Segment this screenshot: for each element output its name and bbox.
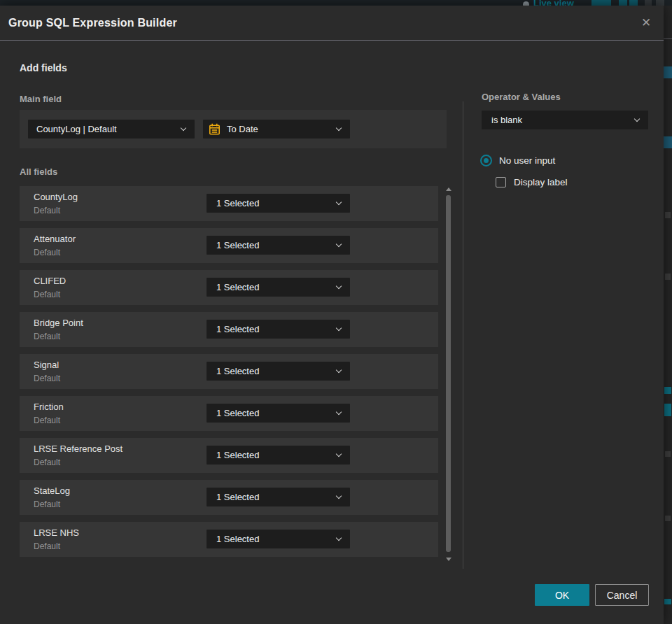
field-selection-select[interactable]: 1 Selected	[206, 236, 350, 255]
field-selection-select[interactable]: 1 Selected	[206, 404, 350, 423]
field-selection-select[interactable]: 1 Selected	[206, 488, 350, 506]
field-row: LRSE Reference Post Default 1 Selected	[20, 438, 438, 473]
chevron-down-icon	[336, 241, 342, 247]
chevron-down-icon	[634, 116, 640, 122]
backdrop-item	[664, 404, 671, 416]
scroll-up-icon[interactable]	[446, 187, 451, 191]
close-icon[interactable]: ✕	[638, 15, 654, 31]
live-view-label: Live view	[533, 0, 574, 6]
dialog-title: Group SQL Expression Builder	[8, 6, 177, 40]
field-subtitle: Default	[34, 206, 60, 215]
field-row: Friction Default 1 Selected	[20, 396, 438, 431]
backdrop-item	[665, 516, 671, 521]
field-name: CountyLog	[34, 192, 78, 202]
backdrop-item	[665, 212, 671, 218]
field-name: Attenuator	[34, 234, 76, 244]
field-row: Attenuator Default 1 Selected	[20, 228, 438, 263]
group-sql-expression-builder-dialog: Group SQL Expression Builder ✕ Add field…	[0, 6, 664, 624]
field-subtitle: Default	[34, 416, 60, 425]
backdrop-button	[619, 0, 627, 6]
operator-select-value: is blank	[491, 115, 522, 125]
main-field-label: Main field	[20, 94, 62, 104]
header-divider	[0, 40, 664, 41]
operator-values-label: Operator & Values	[482, 92, 561, 102]
chevron-down-icon	[336, 409, 342, 415]
field-name: LRSE Reference Post	[34, 444, 122, 454]
main-field-select-value: CountyLog | Default	[36, 124, 117, 134]
main-field-select[interactable]: CountyLog | Default	[28, 120, 195, 139]
all-fields-label: All fields	[20, 166, 57, 177]
field-name: CLIFED	[34, 276, 66, 286]
field-row: CLIFED Default 1 Selected	[20, 270, 438, 305]
field-selection-select[interactable]: 1 Selected	[206, 530, 350, 548]
backdrop-item	[664, 66, 672, 78]
backdrop-button	[592, 0, 611, 6]
field-selection-select[interactable]: 1 Selected	[206, 278, 350, 297]
field-selection-select[interactable]: 1 Selected	[206, 194, 350, 213]
field-subtitle: Default	[34, 290, 60, 299]
field-selection-value: 1 Selected	[216, 408, 259, 418]
field-selection-value: 1 Selected	[216, 534, 259, 544]
dialog-header: Group SQL Expression Builder ✕	[0, 6, 664, 40]
field-row: LRSE NHS Default 1 Selected	[20, 522, 438, 557]
field-subtitle: Default	[34, 499, 60, 509]
no-user-input-radio[interactable]: No user input	[480, 155, 555, 166]
chevron-down-icon	[336, 199, 342, 205]
field-name: StateLog	[34, 485, 70, 496]
field-row: CountyLog Default 1 Selected	[20, 186, 438, 221]
cancel-button[interactable]: Cancel	[595, 584, 649, 606]
backdrop-toolbar: Live view	[0, 0, 672, 6]
calendar-icon	[209, 123, 220, 136]
panel-divider	[463, 101, 463, 569]
field-subtitle: Default	[34, 332, 60, 341]
chevron-down-icon	[336, 125, 342, 131]
field-selection-value: 1 Selected	[216, 366, 259, 376]
field-selection-select[interactable]: 1 Selected	[206, 362, 350, 381]
radio-label: No user input	[499, 155, 555, 166]
field-selection-value: 1 Selected	[216, 324, 259, 334]
backdrop-button	[629, 0, 638, 6]
field-subtitle: Default	[34, 374, 60, 383]
field-selection-value: 1 Selected	[216, 282, 259, 292]
all-fields-list: CountyLog Default 1 Selected Attenuator …	[20, 186, 438, 564]
backdrop-button	[645, 0, 652, 6]
backdrop-item	[665, 451, 671, 457]
chevron-down-icon	[336, 451, 342, 457]
field-subtitle: Default	[34, 458, 60, 467]
field-name: Friction	[34, 402, 64, 412]
backdrop-item	[664, 38, 672, 39]
backdrop-item	[664, 136, 672, 148]
field-selection-select[interactable]: 1 Selected	[206, 446, 350, 465]
chevron-down-icon	[336, 367, 342, 373]
chevron-down-icon	[336, 535, 342, 541]
screen: Live view Group SQL Expression Builder ✕…	[0, 0, 672, 624]
operator-select[interactable]: is blank	[482, 111, 648, 129]
chevron-down-icon	[336, 493, 342, 499]
checkbox-label: Display label	[514, 177, 568, 187]
chevron-down-icon	[336, 283, 342, 289]
main-date-select-value: To Date	[227, 124, 258, 134]
field-selection-select[interactable]: 1 Selected	[206, 320, 350, 339]
chevron-down-icon	[336, 325, 342, 331]
display-label-checkbox[interactable]: Display label	[496, 177, 568, 187]
field-selection-value: 1 Selected	[216, 198, 259, 208]
list-scrollbar[interactable]	[445, 186, 452, 564]
radio-selected-icon	[480, 155, 492, 166]
field-selection-value: 1 Selected	[216, 492, 259, 502]
main-field-container: CountyLog | Default To Date	[20, 110, 447, 148]
field-name: Signal	[34, 360, 59, 370]
field-row: Bridge Point Default 1 Selected	[20, 312, 438, 347]
field-selection-value: 1 Selected	[216, 450, 259, 460]
field-row: Signal Default 1 Selected	[20, 354, 438, 389]
field-name: Bridge Point	[34, 318, 83, 328]
main-date-field-select[interactable]: To Date	[203, 120, 350, 139]
field-name: LRSE NHS	[34, 527, 79, 538]
backdrop-right-panel	[664, 6, 672, 624]
ok-button[interactable]: OK	[535, 584, 589, 606]
field-selection-value: 1 Selected	[216, 240, 259, 250]
field-subtitle: Default	[34, 248, 60, 257]
scrollbar-thumb[interactable]	[446, 195, 451, 552]
scroll-down-icon[interactable]	[446, 558, 451, 561]
field-row: StateLog Default 1 Selected	[20, 480, 438, 515]
backdrop-item	[664, 387, 671, 394]
